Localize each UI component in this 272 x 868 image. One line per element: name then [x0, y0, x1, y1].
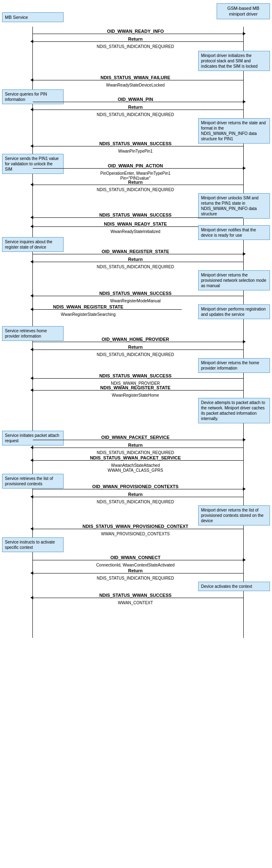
note-init-protocol: Miniport driver initializes the protocol… — [198, 51, 270, 71]
note-packet-attach: Device attempts to packet attach to the … — [198, 398, 270, 423]
arrow-pkt-svc-ind-line — [33, 460, 243, 461]
label-success1: NDIS_STATUS_WWAN_SUCCESS — [0, 141, 271, 146]
label-pin: OID_WWAN_PIN — [0, 97, 271, 102]
arrow-reg-state3-line — [33, 390, 243, 391]
label-return2: Return — [0, 105, 271, 110]
sub-ndis-req8: NDIS_STATUS_INDICATION_REQUIRED — [0, 576, 271, 580]
arrow-success2-line — [33, 217, 243, 218]
arrow-return3-line — [33, 185, 243, 185]
arrow-pin-action-line — [33, 168, 243, 169]
note-activate-device: Device activates the context — [198, 582, 270, 591]
note-activate-ctx: Service instructs to activate specific c… — [2, 537, 64, 552]
label-success3: NDIS_STATUS_WWAN_SUCCESS — [0, 291, 271, 296]
arrow-return1-line — [33, 41, 243, 42]
note-list-contexts: Miniport driver returns the list of prov… — [198, 505, 270, 525]
label-return3: Return — [0, 180, 271, 185]
note-registration: Miniport driver performs registration an… — [198, 304, 270, 319]
arrow-return8-line — [33, 573, 243, 573]
label-return5: Return — [0, 345, 271, 349]
sub-reg-home: WwanRegisterStateHome — [0, 393, 271, 397]
label-success5: NDIS_STATUS_WWAN_SUCCESS — [0, 593, 271, 598]
label-reg-state: OID_WWAN_REGISTER_STATE — [0, 249, 271, 254]
label-success4: NDIS_STATUS_WWAN_SUCCESS — [0, 373, 271, 378]
arrow-pin-line — [33, 102, 243, 102]
label-ready-info: OID_WWAN_READY_INFO — [0, 29, 271, 34]
note-pin-state: Miniport driver returns the state and fo… — [198, 118, 270, 144]
sub-prov-contexts: WWAN_PROVISIONED_CONTEXTS — [0, 532, 271, 536]
label-connect: OID_WWAN_CONNECT — [0, 555, 271, 560]
arrow-return4-line — [33, 262, 243, 262]
sub-data-class: WWAN_DATA_CLASS_GPRS — [0, 468, 271, 473]
label-prov-ctx: OID_WWAN_PROVISIONED_CONTEXTS — [0, 484, 271, 489]
sub-ndis-req2: NDIS_STATUS_INDICATION_REQUIRED — [0, 112, 271, 117]
arrow-success3-line — [33, 296, 243, 296]
sub-pin-type: WwanPinTypePin1 — [0, 149, 271, 153]
label-prov-ctx-ind: NDIS_STATUS_WWAN_PROVISIONED_CONTEXT — [0, 524, 271, 529]
arrow-prov-ctx-line — [33, 489, 243, 489]
arrow-return6-line — [33, 448, 243, 448]
arrow-packet-svc-line — [33, 440, 243, 440]
sub-connection-id: ConnectionId, WwanContextStateActivated — [0, 563, 271, 567]
label-return6: Return — [0, 443, 271, 448]
label-pkt-svc-ind: NDIS_STATUS_WWAN_PACKET_SERVICE — [0, 455, 271, 460]
sub-wwan-context: WWAN_CONTEXT — [0, 601, 271, 605]
sub-ndis-req6: NDIS_STATUS_INDICATION_REQUIRED — [0, 450, 271, 455]
label-reg-state2: NDIS_WWAN_REGISTER_STATE — [0, 304, 176, 309]
label-reg-state3: NDIS_WWAN_REGISTER_STATE — [0, 385, 271, 390]
arrow-prov-ctx-ind-line — [33, 529, 243, 529]
arrow-return2-line — [33, 110, 243, 110]
sub-ndis-req4: NDIS_STATUS_INDICATION_REQUIRED — [0, 265, 271, 269]
sub-searching: WwanRegisterStateSearching — [0, 312, 176, 317]
arrow-success5-line — [33, 598, 243, 598]
label-packet-svc: OID_WWAN_PACKET_SERVICE — [0, 435, 271, 440]
actor-left: MB Service — [2, 12, 64, 22]
sub-register-manual: WwanRegisterModeManual — [0, 299, 271, 303]
label-home-prov: OID_WWAN_HOME_PROVIDER — [0, 337, 271, 342]
arrow-connect-line — [33, 560, 243, 560]
arrow-reg-state-line — [33, 254, 243, 254]
sub-ndis-req1: NDIS_STATUS_INDICATION_REQUIRED — [0, 44, 271, 49]
sub-ndis-req5: NDIS_STATUS_INDICATION_REQUIRED — [0, 352, 271, 357]
label-return4: Return — [0, 257, 271, 262]
arrow-success4-line — [33, 378, 243, 379]
sub-pin-op: PinOperationEnter, WwanPinTypePin1 — [0, 171, 271, 176]
note-network-mode: Miniport driver returns the provisioned … — [198, 270, 270, 290]
arrow-reg-state2-line — [33, 309, 182, 310]
label-pin-action: OID_WWAN_PIN_ACTION — [0, 163, 271, 168]
arrow-success1-line — [33, 146, 243, 146]
label-return7: Return — [0, 492, 271, 497]
arrow-ready-info-line — [33, 34, 243, 34]
arrow-home-prov-line — [33, 342, 243, 342]
sub-attach-state: WwanAttachStateAttached — [0, 463, 271, 468]
note-device-ready: Miniport driver notifies that the device… — [198, 225, 270, 240]
arrow-return5-line — [33, 349, 243, 350]
sub-ndis-req7: NDIS_STATUS_INDICATION_REQUIRED — [0, 500, 271, 504]
label-return1: Return — [0, 37, 271, 41]
sub-device-locked: WwanReadyStateDeviceLocked — [0, 83, 271, 87]
diagram-container: MB Service GSM-based MB miniport driver … — [0, 0, 272, 868]
actor-right: GSM-based MB miniport driver — [217, 3, 270, 19]
arrow-failure-line — [33, 80, 243, 80]
sub-ndis-req3: NDIS_STATUS_INDICATION_REQUIRED — [0, 187, 271, 192]
arrow-return7-line — [33, 497, 243, 497]
label-success2: NDIS_STATUS_WWAN_SUCCESS — [0, 212, 271, 217]
label-failure: NDIS_STATUS_WWAN_FAILURE — [0, 75, 271, 80]
note-home-info: Miniport driver returns the home provide… — [198, 358, 270, 373]
label-return8: Return — [0, 568, 271, 573]
